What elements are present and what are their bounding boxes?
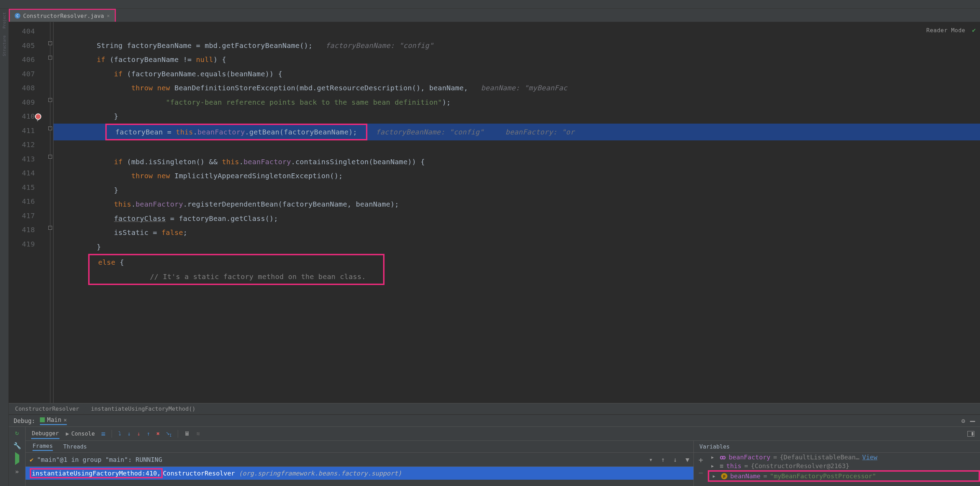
breadcrumb-class[interactable]: ConstructorResolver bbox=[10, 404, 86, 414]
remove-watch-icon[interactable]: − bbox=[698, 468, 703, 477]
variable-row[interactable]: ▶ p beanName = "myBeanFactoryPostProcess… bbox=[708, 470, 980, 482]
console-icon: ▶ bbox=[66, 430, 69, 437]
breakpoint-icon[interactable] bbox=[35, 113, 41, 120]
variable-row[interactable]: ▶ oo beanFactory = {DefaultListableBean…… bbox=[708, 453, 980, 462]
fold-marker-icon[interactable] bbox=[48, 226, 52, 230]
structure-tool-label[interactable]: Structure bbox=[2, 35, 6, 56]
stack-frame-row[interactable]: instantiateUsingFactoryMethod:410, Const… bbox=[25, 467, 694, 480]
run-to-cursor-icon[interactable]: ➘I bbox=[166, 430, 172, 437]
chevron-down-icon[interactable]: ▾ bbox=[649, 456, 653, 463]
minimize-icon[interactable]: — bbox=[970, 416, 975, 426]
breadcrumbs: ConstructorResolver instantiateUsingFact… bbox=[9, 403, 980, 414]
evaluate-icon[interactable]: 🖩 bbox=[185, 430, 190, 437]
fold-marker-icon[interactable] bbox=[48, 56, 52, 59]
close-tab-icon[interactable]: × bbox=[107, 13, 110, 19]
expand-icon[interactable]: ▶ bbox=[711, 464, 714, 468]
project-tool-label[interactable]: Project bbox=[2, 12, 6, 29]
debug-tool-window: Debug: Main × ⚙ — ↻ 🔧 » bbox=[9, 414, 980, 486]
frame-up-icon[interactable]: ↑ bbox=[661, 456, 665, 463]
modify-run-icon[interactable]: 🔧 bbox=[13, 442, 21, 449]
layout-icon[interactable] bbox=[967, 431, 974, 437]
editor-tabs: C ConstructorResolver.java × bbox=[9, 9, 980, 22]
step-into-icon[interactable]: ↓ bbox=[127, 430, 131, 437]
variables-header: Variables bbox=[694, 441, 980, 453]
left-tool-rail: Project Structure bbox=[0, 9, 9, 486]
new-watch-icon[interactable]: + bbox=[698, 456, 703, 464]
variables-pane: Variables + − ▶ oo bbox=[694, 441, 980, 486]
threads-subtab[interactable]: Threads bbox=[63, 443, 87, 450]
debug-label: Debug: bbox=[14, 417, 35, 424]
rerun-icon[interactable]: ↻ bbox=[15, 429, 19, 436]
file-tab-label: ConstructorResolver.java bbox=[23, 13, 104, 19]
gutter-icons bbox=[35, 22, 47, 403]
gear-icon[interactable]: ⚙ bbox=[961, 417, 965, 424]
check-icon: ✔ bbox=[30, 456, 33, 463]
console-tab[interactable]: ▶ Console bbox=[66, 430, 95, 437]
editor[interactable]: 4044054064074084094104114124134144154164… bbox=[9, 22, 980, 403]
this-icon: ≡ bbox=[720, 462, 724, 470]
param-icon: p bbox=[721, 473, 727, 480]
frame-down-icon[interactable]: ↓ bbox=[673, 456, 677, 463]
fold-marker-icon[interactable] bbox=[48, 41, 52, 45]
fold-gutter bbox=[47, 22, 54, 403]
run-config-icon bbox=[40, 417, 45, 422]
fold-marker-icon[interactable] bbox=[48, 155, 52, 159]
inline-hint: factoryBeanName: "config" bbox=[325, 41, 433, 50]
step-out-icon[interactable]: ↑ bbox=[146, 430, 150, 437]
top-toolbar bbox=[0, 0, 980, 9]
fold-marker-icon[interactable] bbox=[48, 98, 52, 102]
close-icon[interactable]: × bbox=[63, 417, 67, 423]
frames-subtab[interactable]: Frames bbox=[33, 443, 53, 451]
debug-toolbar: Debugger ▶ Console ≡ ⤵ ↓ ↓ ↑ ✖ bbox=[25, 427, 980, 441]
debugger-tab[interactable]: Debugger bbox=[31, 429, 59, 439]
expand-icon[interactable]: ▶ bbox=[713, 474, 715, 479]
file-tab-constructorresolver[interactable]: C ConstructorResolver.java × bbox=[9, 9, 116, 22]
expand-icon[interactable]: ▶ bbox=[711, 455, 714, 460]
java-class-icon: C bbox=[15, 13, 20, 19]
fold-marker-icon[interactable] bbox=[48, 126, 52, 130]
debug-left-toolbar: ↻ 🔧 » bbox=[9, 427, 25, 486]
code-text[interactable]: String factoryBeanName = mbd.getFactoryB… bbox=[54, 22, 980, 403]
filter-icon[interactable]: ▼ bbox=[686, 456, 689, 463]
breadcrumb-method[interactable]: instantiateUsingFactoryMethod() bbox=[86, 404, 202, 414]
glasses-icon: oo bbox=[720, 453, 725, 461]
reader-mode-label[interactable]: Reader Mode bbox=[926, 27, 965, 33]
run-config-tab[interactable]: Main × bbox=[40, 416, 67, 425]
trace-icon[interactable]: ≋ bbox=[196, 430, 200, 437]
thread-dump-icon[interactable]: ≡ bbox=[101, 430, 105, 438]
thread-selector[interactable]: ✔ "main"@1 in group "main": RUNNING ▾ ↑ … bbox=[25, 453, 694, 467]
variable-row[interactable]: ▶ ≡ this = {ConstructorResolver@2163} bbox=[708, 462, 980, 470]
drop-frame-icon[interactable]: ✖ bbox=[156, 430, 160, 437]
step-over-icon[interactable]: ⤵ bbox=[118, 430, 121, 437]
problems-ok-icon[interactable]: ✔ bbox=[972, 26, 976, 33]
inline-hint: beanName: "myBeanFac bbox=[481, 84, 568, 92]
force-step-into-icon[interactable]: ↓ bbox=[137, 430, 141, 437]
line-number-gutter: 4044054064074084094104114124134144154164… bbox=[9, 22, 35, 403]
resume-icon[interactable] bbox=[15, 455, 19, 462]
current-execution-line: factoryBean = this.beanFactory.getBean(f… bbox=[54, 124, 980, 141]
more-icon[interactable]: » bbox=[15, 468, 19, 475]
frame-method-label: instantiateUsingFactoryMethod:410, bbox=[30, 468, 163, 478]
frames-pane: Frames Threads ✔ "main"@1 in group "main… bbox=[25, 441, 694, 486]
